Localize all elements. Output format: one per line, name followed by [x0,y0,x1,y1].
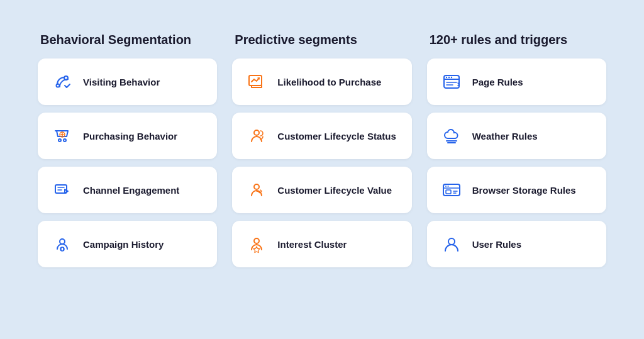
svg-rect-17 [446,190,451,194]
card-label-customer-lifecycle-value: Customer Lifecycle Value [277,185,392,196]
card-browser-storage-rules[interactable]: Browser Storage Rules [427,167,606,213]
card-interest-cluster[interactable]: Interest Cluster [232,221,411,267]
likelihood-icon [245,70,269,94]
svg-point-11 [254,238,259,243]
svg-point-10 [254,184,259,189]
column-header-behavioral: Behavioral Segmentation [38,33,217,47]
interest-icon [245,232,269,256]
card-label-channel-engagement: Channel Engagement [83,185,179,196]
svg-point-18 [445,186,447,187]
browser-icon [440,178,464,202]
card-label-user-rules: User Rules [472,239,521,250]
card-campaign-history[interactable]: Campaign History [38,221,217,267]
column-predictive: Predictive segments Likelihood to Purcha… [232,33,411,267]
visiting-icon [50,70,74,94]
svg-point-13 [445,77,447,78]
card-label-page-rules: Page Rules [472,77,523,87]
column-header-rules: 120+ rules and triggers [427,33,606,47]
main-grid: Behavioral Segmentation Visiting Behavio… [38,33,606,267]
card-label-interest-cluster: Interest Cluster [277,239,347,250]
card-customer-lifecycle-status[interactable]: Customer Lifecycle Status [232,113,411,159]
card-user-rules[interactable]: User Rules [427,221,606,267]
card-label-visiting-behavior: Visiting Behavior [83,77,160,87]
svg-point-1 [57,84,60,87]
svg-point-3 [64,139,66,142]
user-icon [440,232,464,256]
svg-point-14 [448,77,449,78]
svg-point-0 [64,76,68,80]
svg-point-2 [58,139,61,142]
cards-list-behavioral: Visiting Behavior Purchasing Behavior Ch… [38,58,217,267]
cards-list-predictive: Likelihood to Purchase Customer Lifecycl… [232,58,411,267]
column-header-predictive: Predictive segments [232,33,411,47]
column-behavioral: Behavioral Segmentation Visiting Behavio… [38,33,217,267]
purchasing-icon [50,124,74,148]
card-label-weather-rules: Weather Rules [472,131,538,142]
card-purchasing-behavior[interactable]: Purchasing Behavior [38,113,217,159]
column-rules: 120+ rules and triggers Page Rules Weath… [427,33,606,267]
svg-point-19 [447,186,448,187]
lifecycle-status-icon [245,124,269,148]
card-channel-engagement[interactable]: Channel Engagement [38,167,217,213]
weather-icon [440,124,464,148]
card-weather-rules[interactable]: Weather Rules [427,113,606,159]
svg-point-9 [254,130,259,135]
card-visiting-behavior[interactable]: Visiting Behavior [38,58,217,105]
card-label-browser-storage-rules: Browser Storage Rules [472,185,576,196]
channel-icon [50,178,74,202]
svg-point-6 [60,239,65,244]
card-page-rules[interactable]: Page Rules [427,58,606,105]
campaign-icon [50,232,74,256]
card-label-campaign-history: Campaign History [83,239,164,250]
cards-list-rules: Page Rules Weather Rules Browser Storage… [427,58,606,267]
svg-point-20 [448,238,455,245]
main-container: Behavioral Segmentation Visiting Behavio… [13,13,631,339]
card-customer-lifecycle-value[interactable]: Customer Lifecycle Value [232,167,411,213]
card-label-purchasing-behavior: Purchasing Behavior [83,131,177,142]
page-icon [440,70,464,94]
card-label-likelihood-to-purchase: Likelihood to Purchase [277,77,381,87]
lifecycle-value-icon [245,178,269,202]
card-label-customer-lifecycle-status: Customer Lifecycle Status [277,131,396,142]
card-likelihood-to-purchase[interactable]: Likelihood to Purchase [232,58,411,105]
svg-point-15 [450,77,452,78]
